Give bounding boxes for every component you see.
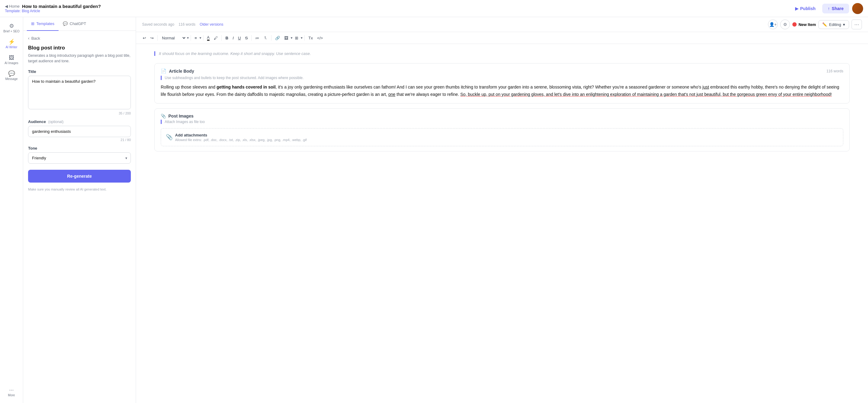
underline-button[interactable]: U (236, 34, 243, 41)
share-icon: ↑ (828, 6, 830, 11)
page-title: How to maintain a beautiful garden? (22, 4, 101, 9)
post-images-section: 📎 Post Images Attach Images as file too … (154, 108, 850, 151)
code-button[interactable]: </> (315, 34, 325, 41)
italic-button[interactable]: I (231, 34, 236, 41)
table-button[interactable]: ⊞ (293, 34, 300, 41)
tone-select-wrapper: Friendly Professional Casual Formal ▾ (28, 152, 131, 164)
toolbar-divider-4 (221, 35, 222, 40)
editor-content: It should focus on the learning outcome.… (136, 44, 868, 403)
bold-button[interactable]: B (223, 34, 230, 41)
toolbar-divider-3 (203, 35, 204, 40)
strikethrough-button[interactable]: S (243, 34, 250, 41)
text-color-a: A (207, 35, 210, 40)
media-button[interactable]: 🖼 (282, 34, 290, 41)
sidebar-item-brief-seo[interactable]: ⚙ Brief + SEO (1, 21, 22, 35)
editor-area: Saved seconds ago 116 words Older versio… (136, 17, 868, 403)
chatgpt-tab-icon: 💬 (63, 21, 68, 26)
attach-label: Add attachments (175, 133, 307, 137)
saved-status: Saved seconds ago (142, 22, 174, 27)
ai-images-icon: 🖼 (9, 55, 14, 60)
ai-writer-icon: ⚡ (8, 39, 15, 45)
add-attachments-area[interactable]: 📎 Add attachments Allowed file extns: .p… (161, 128, 843, 146)
clear-format-button[interactable]: Tx (307, 34, 314, 41)
title-field-label: Title (28, 69, 131, 74)
section-title-row: 📄 Article Body (161, 68, 194, 74)
table-chevron-icon: ▾ (301, 36, 303, 40)
editing-button[interactable]: ✏️ Editing ▾ (818, 20, 849, 29)
toolbar-divider-1 (157, 35, 158, 40)
article-body-content[interactable]: Rolling up those sleeves and getting han… (161, 84, 843, 98)
hint-text: It should focus on the learning outcome.… (154, 51, 850, 56)
redo-button[interactable]: ↪ (149, 34, 156, 41)
panel-tabs: ⊞ Templates 💬 ChatGPT (23, 17, 136, 31)
tab-chatgpt[interactable]: 💬 ChatGPT (59, 17, 90, 31)
align-button[interactable]: ≡ (193, 34, 199, 41)
panel: ⊞ Templates 💬 ChatGPT ‹ Back Blog post i… (23, 17, 136, 403)
editor-topbar: Saved seconds ago 116 words Older versio… (136, 17, 868, 32)
new-item-label[interactable]: New Item (799, 22, 816, 27)
attach-description: Allowed file extns: .pdf, .doc, .docx, .… (175, 138, 307, 142)
editor-meta: Saved seconds ago 116 words Older versio… (142, 22, 223, 27)
brief-seo-icon: ⚙ (9, 23, 14, 29)
older-versions-link[interactable]: Older versions (200, 22, 223, 27)
ordered-list-button[interactable]: ⒈ (262, 34, 269, 42)
sidebar-item-message[interactable]: 💬 Message (1, 68, 22, 83)
share-button[interactable]: ↑ Share (822, 4, 849, 13)
disclaimer-text: Make sure you manually review all AI gen… (28, 187, 131, 192)
word-count: 116 words (179, 22, 195, 27)
publish-icon: ▶ (795, 6, 799, 11)
template-subtitle: Template: Blog Article (5, 9, 792, 13)
new-item-dot (793, 22, 797, 27)
article-body-section: 📄 Article Body 116 words Use subheadings… (154, 63, 850, 104)
attach-text-area: Add attachments Allowed file extns: .pdf… (175, 133, 307, 142)
text-color-button[interactable]: A (205, 34, 212, 42)
body-underline-red: So, buckle up, put on your gardening glo… (460, 92, 832, 97)
publish-button[interactable]: ▶ Publish (792, 4, 819, 13)
editor-toolbar: ↩ ↪ Normal Heading 1 Heading 2 ▾ ≡ ▾ A 🖊… (136, 32, 868, 44)
format-chevron-icon: ▾ (187, 36, 189, 40)
post-images-title: 📎 Post Images (161, 114, 843, 118)
template-name: Blog post intro (28, 45, 131, 51)
body-underline-2: one (388, 92, 395, 97)
add-person-icon: 👤+ (769, 22, 777, 27)
regenerate-button[interactable]: Re-generate (28, 170, 131, 182)
tone-select[interactable]: Friendly Professional Casual Formal (28, 152, 131, 164)
toolbar-divider-5 (251, 35, 252, 40)
tab-templates[interactable]: ⊞ Templates (27, 17, 59, 31)
highlight-button[interactable]: 🖊 (212, 34, 220, 41)
attach-icon: 📎 (166, 134, 173, 140)
avatar[interactable] (852, 3, 863, 14)
settings-icon: ⚙ (783, 22, 787, 27)
toolbar-divider-6 (271, 35, 272, 40)
new-item-area: New Item (793, 22, 816, 27)
audience-field-count: 21 / 80 (28, 138, 131, 142)
format-select[interactable]: Normal Heading 1 Heading 2 (159, 35, 186, 41)
link-button[interactable]: 🔗 (273, 34, 282, 41)
home-link[interactable]: ◀ Home (5, 4, 20, 8)
tone-field-label: Tone (28, 146, 131, 150)
article-body-hint: Use subheadings and bullets to keep the … (161, 76, 843, 80)
back-button[interactable]: ‹ Back (28, 36, 131, 40)
add-collaborator-button[interactable]: 👤+ (768, 20, 778, 29)
sidebar-item-ai-writer[interactable]: ⚡ AI Writer (1, 37, 22, 51)
settings-button[interactable]: ⚙ (780, 20, 790, 29)
pencil-icon: ✏️ (822, 22, 827, 27)
unordered-list-button[interactable]: ≔ (253, 34, 261, 41)
undo-button[interactable]: ↩ (141, 34, 148, 41)
icon-nav: ⚙ Brief + SEO ⚡ AI Writer 🖼 AI Images 💬 … (0, 17, 23, 403)
title-field-input[interactable]: How to maintain a beautiful garden? (28, 76, 131, 109)
post-images-icon: 📎 (161, 114, 166, 118)
editing-chevron-icon: ▾ (843, 22, 845, 27)
templates-tab-icon: ⊞ (31, 21, 34, 26)
editor-actions: 👤+ ⚙ New Item ✏️ Editing ▾ ⋯ (768, 20, 862, 29)
audience-field-input[interactable] (28, 126, 131, 137)
post-images-hint: Attach Images as file too (161, 120, 843, 124)
top-bar-actions: ▶ Publish ↑ Share (792, 3, 863, 14)
panel-body: ‹ Back Blog post intro Generates a blog … (23, 31, 136, 403)
article-body-name: Article Body (169, 69, 194, 74)
template-description: Generates a blog introductory paragraph … (28, 53, 131, 64)
sidebar-item-ai-images[interactable]: 🖼 AI Images (1, 53, 22, 67)
sidebar-item-more[interactable]: ··· More (1, 385, 22, 399)
more-options-button[interactable]: ⋯ (851, 20, 862, 29)
article-body-icon: 📄 (161, 68, 166, 74)
